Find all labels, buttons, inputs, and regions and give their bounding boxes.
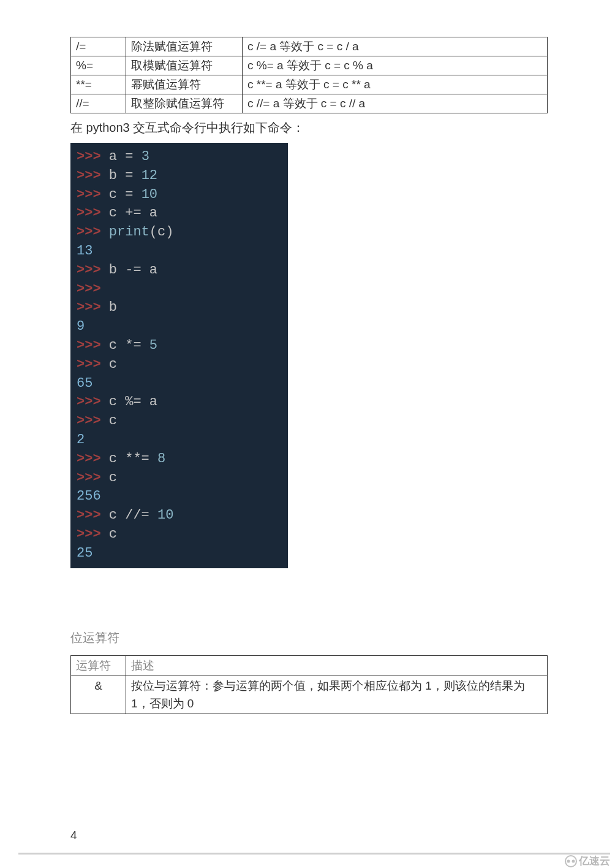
description-cell: 取模赋值运算符 — [126, 56, 243, 75]
description-cell: 除法赋值运算符 — [126, 37, 243, 56]
description-cell: 按位与运算符：参与运算的两个值，如果两个相应位都为 1，则该位的结果为 1，否则… — [126, 676, 548, 714]
terminal-output-line: 256 — [77, 487, 288, 506]
operator-cell: & — [71, 676, 126, 714]
brand-text: 亿速云 — [579, 854, 610, 868]
operator-cell: %= — [71, 56, 126, 75]
terminal-output-line: 25 — [77, 544, 288, 563]
brand-icon — [564, 855, 578, 868]
page-number: 4 — [70, 829, 77, 842]
header-operator: 运算符 — [71, 655, 126, 676]
example-cell: c /= a 等效于 c = c / a — [243, 37, 548, 56]
terminal-input-line: >>> print(c) — [77, 223, 288, 242]
table-row: %=取模赋值运算符c %= a 等效于 c = c % a — [71, 56, 548, 75]
footer-brand: 亿速云 — [564, 854, 610, 868]
operator-cell: /= — [71, 37, 126, 56]
terminal-output-line: 65 — [77, 375, 288, 394]
operator-cell: //= — [71, 94, 126, 113]
terminal-input-line: >>> c %= a — [77, 393, 288, 412]
terminal-input-line: >>> c — [77, 412, 288, 431]
table-body: /=除法赋值运算符c /= a 等效于 c = c / a%=取模赋值运算符c … — [71, 37, 548, 113]
table-header-row: 运算符 描述 — [71, 655, 548, 676]
example-cell: c **= a 等效于 c = c ** a — [243, 75, 548, 94]
bitwise-operators-table: 运算符 描述 &按位与运算符：参与运算的两个值，如果两个相应位都为 1，则该位的… — [70, 655, 548, 715]
operator-cell: **= — [71, 75, 126, 94]
terminal-input-line: >>> — [77, 280, 288, 299]
terminal-input-line: >>> c — [77, 525, 288, 544]
terminal-input-line: >>> b = 12 — [77, 167, 288, 186]
table-row: **=幂赋值运算符c **= a 等效于 c = c ** a — [71, 75, 548, 94]
terminal-input-line: >>> c — [77, 469, 288, 488]
terminal-output-line: 2 — [77, 431, 288, 450]
terminal-output-line: 13 — [77, 242, 288, 261]
terminal-input-line: >>> a = 3 — [77, 148, 288, 167]
terminal-input-line: >>> c += a — [77, 204, 288, 223]
terminal-input-line: >>> b -= a — [77, 261, 288, 280]
terminal-input-line: >>> c **= 8 — [77, 450, 288, 469]
terminal-input-line: >>> c *= 5 — [77, 337, 288, 356]
assignment-operators-table: /=除法赋值运算符c /= a 等效于 c = c / a%=取模赋值运算符c … — [70, 37, 548, 113]
svg-point-2 — [572, 859, 575, 862]
description-cell: 取整除赋值运算符 — [126, 94, 243, 113]
terminal-input-line: >>> c //= 10 — [77, 506, 288, 525]
terminal-output-line: 9 — [77, 318, 288, 337]
table-row: //=取整除赋值运算符c //= a 等效于 c = c // a — [71, 94, 548, 113]
terminal-input-line: >>> b — [77, 299, 288, 318]
example-cell: c %= a 等效于 c = c % a — [243, 56, 548, 75]
footer-separator — [18, 853, 610, 855]
header-description: 描述 — [126, 655, 548, 676]
terminal-input-line: >>> c — [77, 356, 288, 375]
terminal-input-line: >>> c = 10 — [77, 186, 288, 205]
svg-point-1 — [567, 859, 570, 862]
description-cell: 幂赋值运算符 — [126, 75, 243, 94]
table-row: &按位与运算符：参与运算的两个值，如果两个相应位都为 1，则该位的结果为 1，否… — [71, 676, 548, 714]
section-title: 位运算符 — [70, 630, 548, 646]
paragraph-text: 在 python3 交互式命令行中执行如下命令： — [70, 118, 548, 137]
example-cell: c //= a 等效于 c = c // a — [243, 94, 548, 113]
terminal-screenshot: >>> a = 3>>> b = 12>>> c = 10>>> c += a>… — [70, 143, 288, 568]
table-row: /=除法赋值运算符c /= a 等效于 c = c / a — [71, 37, 548, 56]
